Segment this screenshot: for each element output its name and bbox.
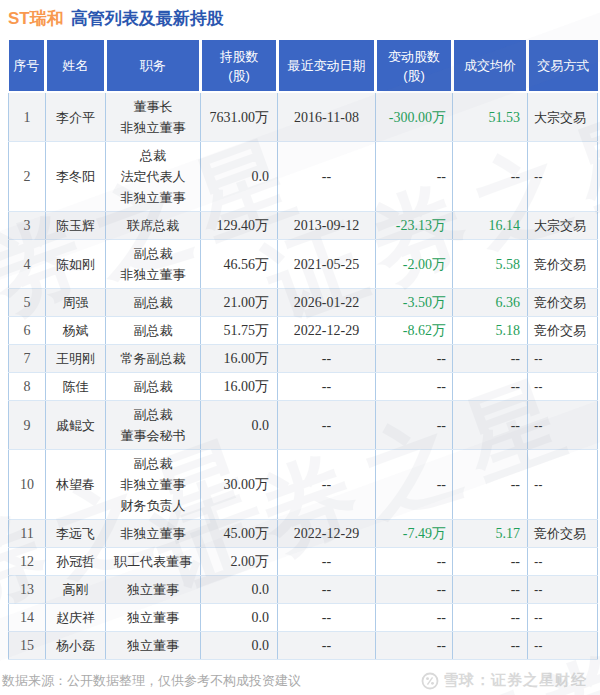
cell-position: 职工代表董事	[106, 548, 201, 576]
table-row: 1 李介平 董事长 非独立董事 7631.00万 2016-11-08 -300…	[9, 92, 598, 142]
cell-date: 2026-01-22	[278, 289, 376, 317]
cell-date: --	[278, 345, 376, 373]
cell-no: 13	[9, 576, 46, 604]
cell-no: 10	[9, 450, 46, 520]
cell-position: 联席总裁	[106, 212, 201, 240]
cell-shares: 0.0	[201, 401, 278, 450]
table-row: 12 孙冠哲 职工代表董事 2.00万 -- -- -- --	[9, 548, 598, 576]
cell-shares: 16.00万	[201, 373, 278, 401]
cell-shares: 46.56万	[201, 240, 278, 289]
cell-name: 杨小磊	[46, 632, 106, 660]
col-header-price: 成交均价	[453, 40, 528, 92]
col-header-shares: 持股数 (股)	[201, 40, 278, 92]
cell-name: 戚鲲文	[46, 401, 106, 450]
cell-position: 副总裁	[106, 289, 201, 317]
cell-no: 6	[9, 317, 46, 345]
cell-method: 竞价交易	[528, 317, 598, 345]
cell-price: --	[453, 373, 528, 401]
cell-change: --	[376, 604, 453, 632]
cell-shares: 0.0	[201, 632, 278, 660]
cell-shares: 0.0	[201, 142, 278, 212]
cell-name: 王明刚	[46, 345, 106, 373]
cell-price: --	[453, 632, 528, 660]
cell-name: 李远飞	[46, 520, 106, 548]
cell-no: 8	[9, 373, 46, 401]
cell-change: --	[376, 548, 453, 576]
col-header-name: 姓名	[46, 40, 106, 92]
cell-price: --	[453, 401, 528, 450]
cell-position: 常务副总裁	[106, 345, 201, 373]
cell-position: 独立董事	[106, 576, 201, 604]
cell-date: --	[278, 401, 376, 450]
cell-position: 非独立董事	[106, 520, 201, 548]
cell-position: 副总裁	[106, 317, 201, 345]
cell-position: 副总裁 非独立董事	[106, 240, 201, 289]
cell-date: 2021-05-25	[278, 240, 376, 289]
cell-no: 3	[9, 212, 46, 240]
xueqiu-logo-icon	[421, 672, 439, 690]
table-row: 11 李远飞 非独立董事 45.00万 2022-12-29 -7.49万 5.…	[9, 520, 598, 548]
cell-price: 5.58	[453, 240, 528, 289]
col-header-date: 最近变动日期	[278, 40, 376, 92]
cell-method: --	[528, 604, 598, 632]
table-row: 7 王明刚 常务副总裁 16.00万 -- -- -- --	[9, 345, 598, 373]
cell-change: -2.00万	[376, 240, 453, 289]
table-row: 10 林望春 副总裁 非独立董事 财务负责人 30.00万 -- -- -- -…	[9, 450, 598, 520]
cell-shares: 30.00万	[201, 450, 278, 520]
cell-shares: 129.40万	[201, 212, 278, 240]
cell-no: 5	[9, 289, 46, 317]
cell-name: 杨斌	[46, 317, 106, 345]
cell-shares: 51.75万	[201, 317, 278, 345]
col-header-no: 序号	[9, 40, 46, 92]
table-row: 15 杨小磊 独立董事 0.0 -- -- -- --	[9, 632, 598, 660]
cell-method: --	[528, 450, 598, 520]
cell-date: --	[278, 142, 376, 212]
cell-shares: 0.0	[201, 576, 278, 604]
cell-position: 独立董事	[106, 632, 201, 660]
cell-price: --	[453, 450, 528, 520]
cell-name: 陈玉辉	[46, 212, 106, 240]
cell-change: --	[376, 632, 453, 660]
stock-name: ST瑞和	[8, 9, 64, 28]
cell-position: 总裁 法定代表人 非独立董事	[106, 142, 201, 212]
table-row: 13 高刚 独立董事 0.0 -- -- -- --	[9, 576, 598, 604]
cell-price: 5.17	[453, 520, 528, 548]
brand-watermark: 雪球：证券之星财经	[421, 671, 587, 690]
table-row: 3 陈玉辉 联席总裁 129.40万 2013-09-12 -23.13万 16…	[9, 212, 598, 240]
cell-method: --	[528, 345, 598, 373]
cell-method: --	[528, 632, 598, 660]
table-body: 1 李介平 董事长 非独立董事 7631.00万 2016-11-08 -300…	[9, 92, 598, 660]
cell-shares: 0.0	[201, 604, 278, 632]
table-row: 4 陈如刚 副总裁 非独立董事 46.56万 2021-05-25 -2.00万…	[9, 240, 598, 289]
cell-method: --	[528, 142, 598, 212]
cell-price: --	[453, 604, 528, 632]
cell-method: --	[528, 576, 598, 604]
cell-method: --	[528, 373, 598, 401]
cell-method: --	[528, 548, 598, 576]
cell-method: 竞价交易	[528, 289, 598, 317]
cell-date: --	[278, 632, 376, 660]
cell-date: --	[278, 604, 376, 632]
cell-date: --	[278, 576, 376, 604]
page-title: ST瑞和高管列表及最新持股	[8, 6, 600, 31]
table-row: 14 赵庆祥 独立董事 0.0 -- -- -- --	[9, 604, 598, 632]
table-header-row: 序号 姓名 职务 持股数 (股) 最近变动日期 变动股数 (股) 成交均价 交易…	[9, 40, 598, 92]
cell-change: --	[376, 576, 453, 604]
cell-price: 6.36	[453, 289, 528, 317]
cell-name: 陈佳	[46, 373, 106, 401]
col-header-method: 交易方式	[528, 40, 598, 92]
cell-name: 赵庆祥	[46, 604, 106, 632]
data-source-note: 数据来源：公开数据整理，仅供参考不构成投资建议	[2, 672, 301, 690]
cell-name: 周强	[46, 289, 106, 317]
cell-position: 副总裁 董事会秘书	[106, 401, 201, 450]
cell-change: -7.49万	[376, 520, 453, 548]
cell-name: 陈如刚	[46, 240, 106, 289]
cell-price: --	[453, 345, 528, 373]
col-header-change: 变动股数 (股)	[376, 40, 453, 92]
cell-shares: 45.00万	[201, 520, 278, 548]
cell-method: 竞价交易	[528, 520, 598, 548]
cell-change: --	[376, 345, 453, 373]
cell-date: --	[278, 450, 376, 520]
cell-price: 5.18	[453, 317, 528, 345]
cell-position: 副总裁 非独立董事 财务负责人	[106, 450, 201, 520]
